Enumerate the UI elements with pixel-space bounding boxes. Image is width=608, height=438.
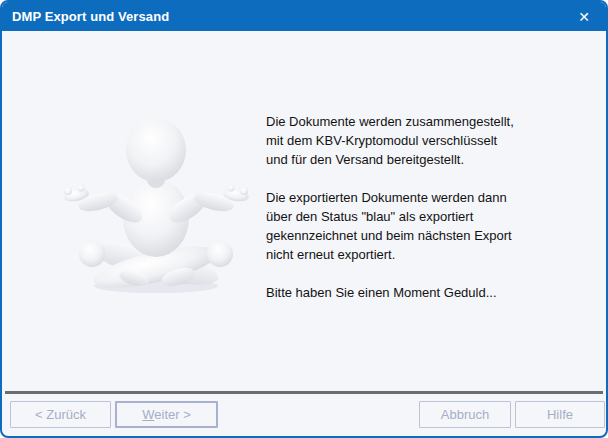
- help-button-label: Hilfe: [547, 407, 573, 422]
- footer-separator: [5, 391, 603, 394]
- help-button[interactable]: Hilfe: [515, 401, 605, 428]
- back-button[interactable]: < Zurück: [10, 401, 111, 428]
- paragraph-export-info: Die Dokumente werden zusammengestellt, m…: [266, 112, 590, 169]
- next-button-label: Weiter >: [142, 407, 191, 422]
- dmp-export-dialog: DMP Export und Versand ✕: [0, 0, 608, 438]
- window-title: DMP Export und Versand: [12, 9, 169, 24]
- cancel-button-label: Abbruch: [441, 407, 489, 422]
- close-icon[interactable]: ✕: [566, 2, 602, 31]
- dialog-body: Die Dokumente werden zusammengestellt, m…: [2, 31, 606, 389]
- back-button-label: < Zurück: [35, 407, 86, 422]
- paragraph-wait-message: Bitte haben Sie einen Moment Geduld...: [266, 283, 590, 302]
- cancel-button[interactable]: Abbruch: [419, 401, 511, 428]
- paragraph-status-info: Die exportierten Dokumente werden dann ü…: [266, 188, 590, 264]
- titlebar: DMP Export und Versand: [2, 2, 606, 31]
- meditating-figure-illustration: [58, 114, 254, 296]
- meditating-figure-svg: [58, 114, 254, 296]
- next-button[interactable]: Weiter >: [115, 401, 218, 428]
- instruction-text: Die Dokumente werden zusammengestellt, m…: [266, 112, 590, 302]
